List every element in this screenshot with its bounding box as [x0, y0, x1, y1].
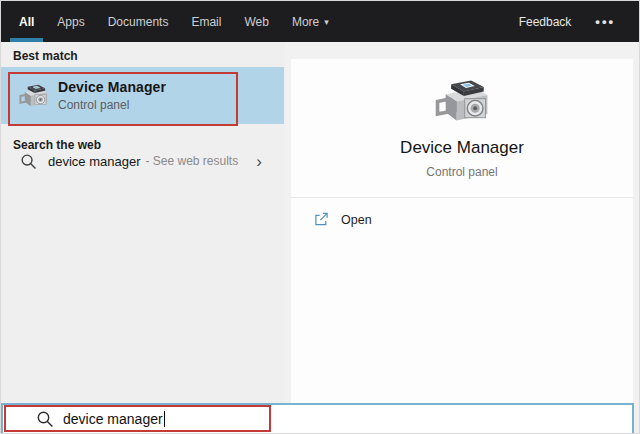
detail-title: Device Manager	[400, 138, 524, 158]
best-match-result-device-manager[interactable]: Device Manager Control panel	[1, 67, 284, 124]
actions-section: Open	[291, 197, 633, 227]
tab-documents[interactable]: Documents	[108, 1, 169, 42]
best-match-texts: Device Manager Control panel	[58, 79, 166, 112]
web-result-suffix: - See web results	[146, 154, 239, 168]
windows-search-flyout: All Apps Documents Email Web More ▾ Feed…	[0, 0, 640, 434]
detail-card-main: Device Manager Control panel	[291, 59, 633, 197]
detail-pane: Device Manager Control panel Open	[285, 42, 640, 403]
best-match-header: Best match	[1, 42, 285, 66]
open-external-icon	[314, 212, 329, 227]
device-manager-icon	[18, 82, 49, 109]
more-options-icon[interactable]: •••	[595, 14, 615, 29]
filter-tabs: All Apps Documents Email Web More ▾	[19, 1, 329, 42]
topbar-right: Feedback •••	[519, 14, 615, 29]
tab-documents-label: Documents	[108, 15, 169, 29]
search-filter-bar: All Apps Documents Email Web More ▾ Feed…	[1, 1, 640, 42]
tab-all[interactable]: All	[19, 1, 34, 42]
device-manager-icon	[433, 76, 491, 125]
chevron-down-icon: ▾	[324, 17, 329, 27]
tab-apps-label: Apps	[57, 15, 84, 29]
detail-subtitle: Control panel	[426, 165, 497, 179]
search-icon	[36, 410, 54, 428]
chevron-right-icon[interactable]: ›	[256, 153, 274, 170]
web-result-query: device manager	[48, 154, 141, 169]
tab-more[interactable]: More ▾	[292, 1, 329, 42]
tab-email[interactable]: Email	[191, 1, 221, 42]
open-action[interactable]: Open	[314, 212, 633, 227]
tab-all-label: All	[19, 15, 34, 29]
search-icon	[20, 153, 37, 170]
search-input[interactable]: device manager	[1, 403, 634, 434]
best-match-title: Device Manager	[58, 79, 166, 95]
text-cursor	[164, 411, 166, 427]
tab-more-label: More	[292, 15, 319, 29]
feedback-button[interactable]: Feedback	[519, 15, 572, 29]
tab-web[interactable]: Web	[244, 1, 268, 42]
web-search-result[interactable]: device manager - See web results ›	[1, 147, 284, 175]
tab-email-label: Email	[191, 15, 221, 29]
open-action-label: Open	[341, 213, 372, 227]
results-pane: Best match Device Manager Control panel …	[1, 42, 285, 403]
tab-apps[interactable]: Apps	[57, 1, 84, 42]
tab-web-label: Web	[244, 15, 268, 29]
best-match-subtitle: Control panel	[58, 98, 166, 112]
detail-card: Device Manager Control panel Open	[291, 59, 633, 403]
search-input-value: device manager	[63, 411, 163, 427]
